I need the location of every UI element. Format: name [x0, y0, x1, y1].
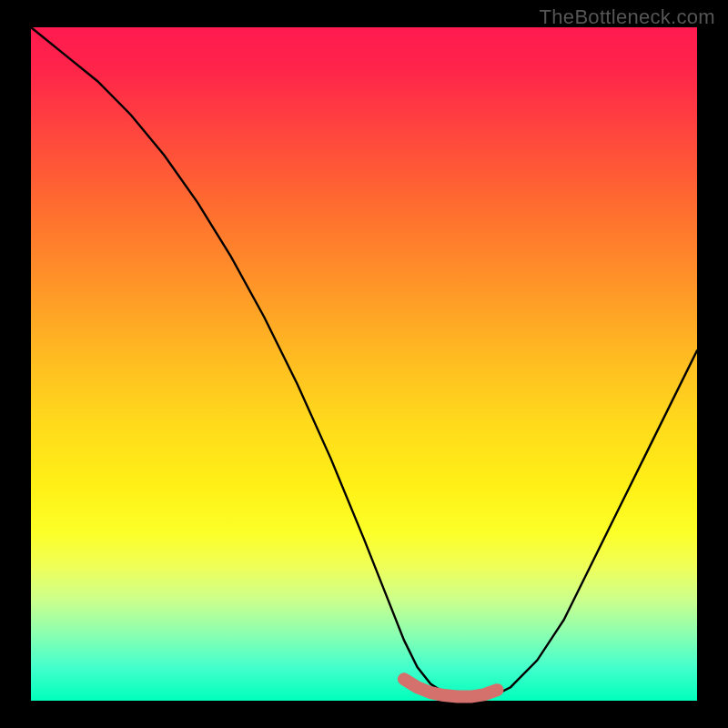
- chart-container: TheBottleneck.com: [0, 0, 728, 728]
- bottleneck-curve: [31, 27, 697, 698]
- watermark-text: TheBottleneck.com: [540, 5, 715, 29]
- optimal-zone-highlight: [404, 679, 497, 696]
- chart-svg: [31, 27, 697, 701]
- plot-area: [31, 27, 697, 701]
